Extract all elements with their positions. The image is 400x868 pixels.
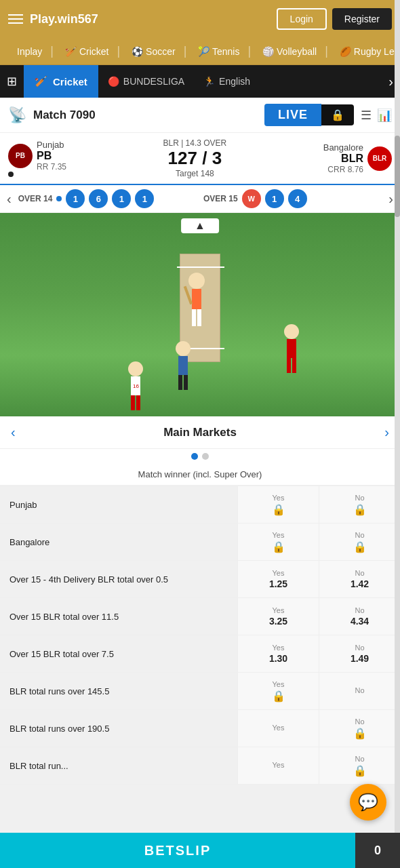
- page-dot-2[interactable]: [202, 453, 209, 460]
- betting-rows: PunjabYes🔒No🔒BangaloreYes🔒No🔒Over 15 - 4…: [0, 486, 400, 785]
- scrollbar-thumb[interactable]: [395, 136, 400, 217]
- no-label: No: [355, 644, 364, 652]
- yes-value: 1.25: [269, 578, 287, 589]
- bet-options: Yes3.25No4.34: [237, 598, 400, 635]
- fielder-right-head: [284, 324, 299, 339]
- no-label: No: [355, 686, 364, 694]
- batsman-leg-right: [197, 309, 201, 326]
- over-14-section: OVER 14 1 6 1 1: [18, 189, 197, 208]
- yes-option[interactable]: Yes🔒: [237, 673, 319, 709]
- fielder-right-leg-r: [292, 358, 296, 373]
- markets-title: Main Markets: [16, 426, 385, 439]
- ball-1d: 1: [265, 189, 284, 208]
- score-row: PB Punjab PB RR 7.35 BLR | 14.3 OVER 127…: [0, 133, 400, 185]
- list-icon[interactable]: ☰: [361, 108, 372, 123]
- markets-prev-icon[interactable]: ‹: [11, 425, 16, 440]
- page-dot-1[interactable]: [191, 453, 198, 460]
- no-option[interactable]: No🔒: [319, 524, 400, 560]
- bet-row: Over 15 BLR total over 7.5Yes1.30No1.49: [0, 635, 400, 673]
- no-label: No: [355, 569, 364, 577]
- no-option[interactable]: No1.42: [319, 561, 400, 597]
- yes-option[interactable]: Yes🔒: [237, 524, 319, 560]
- markets-section: ‹ Main Markets › Match winner (incl. Sup…: [0, 416, 400, 486]
- yes-label: Yes: [273, 606, 285, 614]
- no-option[interactable]: No🔒: [319, 710, 400, 747]
- bet-row: BLR total run...YesNo🔒: [0, 747, 400, 785]
- bangalore-crr: CRR 8.76: [323, 165, 363, 174]
- bet-label: Over 15 - 4th Delivery BLR total over 0.…: [0, 568, 237, 591]
- collapse-button[interactable]: ▲: [181, 218, 219, 233]
- batsman-head: [188, 273, 205, 289]
- yes-label: Yes: [273, 494, 285, 502]
- tab-bundesliga[interactable]: 🔴 BUNDESLIGA: [98, 65, 194, 98]
- scrollbar[interactable]: [395, 0, 400, 825]
- punjab-name: Punjab: [37, 140, 66, 150]
- yes-option[interactable]: Yes: [237, 710, 319, 747]
- bet-label: Over 15 BLR total over 7.5: [0, 642, 237, 666]
- batsman-body: [192, 289, 201, 309]
- match-controls: ☰ 📊: [361, 108, 392, 123]
- yes-option[interactable]: Yes1.25: [237, 561, 319, 597]
- tab-cricket[interactable]: 🏏 Cricket: [24, 65, 98, 98]
- ball-dot: [56, 196, 62, 201]
- nav-item-soccer[interactable]: ⚽ Soccer: [120, 46, 183, 57]
- nav-item-inplay[interactable]: Inplay: [5, 46, 50, 57]
- fielder-left-leg-l: [131, 395, 135, 410]
- ball-1c: 1: [135, 189, 154, 208]
- markets-next-icon[interactable]: ›: [384, 425, 389, 440]
- tab-english[interactable]: 🏃 English: [194, 65, 260, 98]
- umpire-leg-l: [178, 375, 182, 390]
- bet-label: BLR total runs over 190.5: [0, 717, 237, 741]
- batting-indicator: [8, 172, 14, 177]
- cricket-icon: 🏏: [35, 75, 47, 87]
- over-14-label: OVER 14: [18, 194, 53, 203]
- navigation-bar: Inplay | 🏏 Cricket | ⚽ Soccer | 🎾 Tennis…: [0, 38, 400, 65]
- no-option[interactable]: No: [319, 673, 400, 709]
- no-option[interactable]: No🔒: [319, 486, 400, 523]
- umpire-leg-r: [184, 375, 188, 390]
- no-value: 4.34: [351, 616, 369, 627]
- nav-item-volleyball[interactable]: 🏐 Volleyball: [251, 46, 325, 57]
- register-button[interactable]: Register: [332, 8, 392, 30]
- bet-options: Yes1.30No1.49: [237, 635, 400, 672]
- bet-row: Over 15 - 4th Delivery BLR total over 0.…: [0, 561, 400, 598]
- no-lock-icon: 🔒: [353, 503, 367, 516]
- yes-option[interactable]: Yes: [237, 747, 319, 784]
- chart-icon[interactable]: 📊: [377, 108, 392, 123]
- expand-icon[interactable]: ⊞: [0, 74, 24, 89]
- nav-item-tennis[interactable]: 🎾 Tennis: [186, 46, 247, 57]
- bangalore-abbr: BLR: [323, 153, 363, 165]
- match-icon: 📡: [8, 106, 26, 124]
- overs-prev-icon[interactable]: ‹: [7, 191, 12, 207]
- no-option[interactable]: No1.49: [319, 635, 400, 672]
- yes-option[interactable]: Yes3.25: [237, 598, 319, 635]
- hamburger-menu[interactable]: [8, 14, 23, 24]
- team-punjab: PB Punjab PB RR 7.35: [8, 140, 66, 177]
- chat-button[interactable]: 💬: [350, 784, 386, 821]
- batsman-leg-left: [192, 309, 196, 326]
- live-badge: LIVE: [264, 104, 321, 126]
- nav-item-rugby[interactable]: 🏉 Rugby Le...: [328, 46, 400, 57]
- no-lock-icon: 🔒: [353, 540, 367, 553]
- overs-row: ‹ OVER 14 1 6 1 1 OVER 15 W 1 4 ›: [0, 185, 400, 213]
- login-button[interactable]: Login: [277, 8, 327, 30]
- bet-label: Punjab: [0, 493, 237, 517]
- no-option[interactable]: No4.34: [319, 598, 400, 635]
- bet-label: BLR total run...: [0, 754, 237, 778]
- over-15-section: OVER 15 W 1 4: [203, 189, 382, 208]
- yes-lock-icon: 🔒: [272, 690, 285, 703]
- no-option[interactable]: No🔒: [319, 747, 400, 784]
- bangalore-name: Bangalore: [323, 142, 363, 153]
- no-lock-icon: 🔒: [353, 727, 367, 740]
- logo: Play.win567: [30, 12, 98, 26]
- yes-value: 1.30: [269, 653, 287, 664]
- target-info: Target 148: [72, 169, 318, 178]
- lock-icon: 🔒: [321, 104, 354, 125]
- tab-bundesliga-label: BUNDESLIGA: [123, 76, 184, 87]
- yes-option[interactable]: Yes1.30: [237, 635, 319, 672]
- bet-row: Over 15 BLR total over 11.5Yes3.25No4.34: [0, 598, 400, 635]
- yes-option[interactable]: Yes🔒: [237, 486, 319, 523]
- overs-next-icon[interactable]: ›: [388, 191, 393, 207]
- nav-item-cricket[interactable]: 🏏 Cricket: [54, 46, 117, 57]
- yes-label: Yes: [273, 680, 285, 688]
